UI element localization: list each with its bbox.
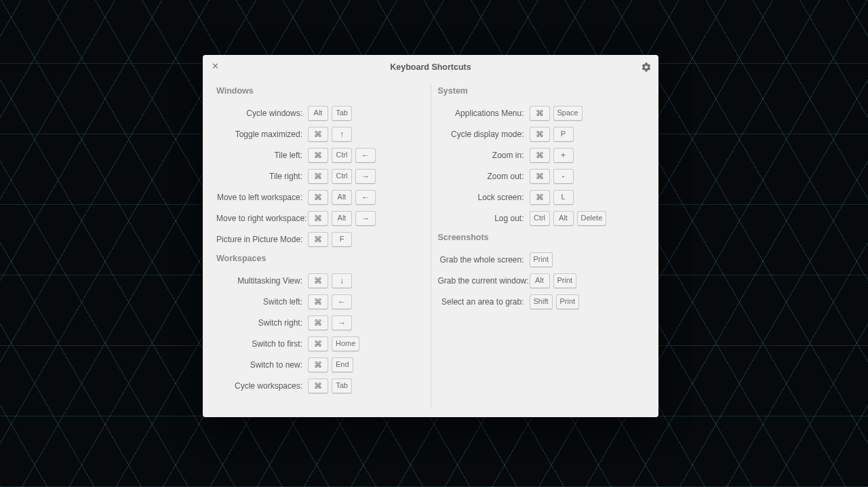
settings-button[interactable] (639, 60, 653, 74)
close-button[interactable]: ✕ (210, 62, 220, 73)
keycap: ⌘ (530, 127, 550, 142)
shortcut-row: Zoom in:⌘+ (438, 144, 646, 165)
shortcut-keys: AltTab (308, 106, 352, 121)
keycap: ⌘ (308, 127, 328, 142)
section-title-screenshots: Screenshots (438, 233, 646, 242)
keycap: Ctrl (332, 169, 352, 184)
column-left: Windows Cycle windows:AltTabToggle maxim… (210, 82, 431, 410)
keycap: ⌘ (308, 232, 328, 247)
keycap: Print (556, 294, 580, 309)
shortcut-keys: ⌘Home (308, 336, 359, 351)
shortcut-row: Grab the current window:AltPrint (438, 270, 646, 291)
shortcut-keys: ⌘← (308, 294, 352, 309)
keycap: ↓ (332, 273, 352, 288)
keycap: Alt (332, 211, 352, 226)
shortcut-row: Switch to first:⌘Home (216, 333, 424, 354)
keycap: ⌘ (308, 315, 328, 330)
keycap: - (553, 169, 574, 184)
keycap: Alt (553, 211, 574, 226)
shortcut-keys: ⌘L (530, 190, 574, 205)
shortcut-label: Cycle windows: (216, 109, 308, 118)
shortcut-keys: ⌘P (530, 127, 574, 142)
keycap: F (332, 232, 352, 247)
shortcut-label: Log out: (438, 214, 530, 223)
shortcut-row: Log out:CtrlAltDelete (438, 208, 646, 229)
shortcut-label: Switch right: (216, 318, 308, 328)
keycap: ⌘ (308, 378, 328, 393)
section-title-workspaces: Workspaces (216, 254, 424, 263)
shortcut-keys: Print (530, 252, 553, 267)
shortcut-label: Zoom out: (438, 172, 530, 181)
shortcut-keys: CtrlAltDelete (530, 211, 607, 226)
keycap: ⌘ (308, 273, 328, 288)
shortcut-keys: ⌘Space (530, 106, 583, 121)
close-icon: ✕ (212, 61, 219, 71)
keycap: ⌘ (530, 106, 550, 121)
shortcut-keys: ⌘Alt→ (308, 211, 376, 226)
shortcut-label: Grab the whole screen: (438, 255, 530, 265)
shortcut-label: Zoom in: (438, 151, 530, 160)
shortcut-label: Picture in Picture Mode: (216, 235, 308, 244)
shortcut-label: Applications Menu: (438, 109, 530, 118)
keycap: Delete (577, 211, 607, 226)
keycap: Print (553, 273, 577, 288)
shortcut-label: Grab the current window: (438, 276, 530, 286)
shortcut-row: Move to right workspace:⌘Alt→ (216, 208, 424, 229)
rows-screenshots: Grab the whole screen:PrintGrab the curr… (438, 249, 646, 312)
section-title-system: System (438, 86, 646, 96)
shortcut-keys: ⌘Alt← (308, 190, 376, 205)
shortcut-keys: ShiftPrint (530, 294, 580, 309)
shortcut-row: Grab the whole screen:Print (438, 249, 646, 270)
shortcut-row: Multitasking View:⌘↓ (216, 270, 424, 291)
keycap: ⌘ (308, 357, 328, 372)
keycap: Home (332, 336, 359, 351)
shortcut-label: Switch left: (216, 297, 308, 307)
dialog-content: Windows Cycle windows:AltTabToggle maxim… (210, 82, 652, 410)
shortcut-keys: ⌘F (308, 232, 352, 247)
keycap: ← (355, 148, 376, 163)
shortcut-keys: ⌘↓ (308, 273, 352, 288)
keycap: ← (332, 294, 352, 309)
shortcut-row: Zoom out:⌘- (438, 165, 646, 187)
shortcut-keys: ⌘+ (530, 148, 574, 163)
keycap: Shift (530, 294, 553, 309)
keycap: Alt (308, 106, 328, 121)
shortcut-row: Switch left:⌘← (216, 291, 424, 312)
shortcut-label: Tile right: (216, 172, 308, 181)
shortcut-row: Tile right:⌘Ctrl→ (216, 165, 424, 187)
keycap: P (553, 127, 574, 142)
keycap: Space (553, 106, 583, 121)
keycap: Print (530, 252, 553, 267)
shortcut-row: Cycle workspaces:⌘Tab (216, 375, 424, 396)
shortcut-label: Move to left workspace: (216, 193, 308, 202)
shortcut-keys: ⌘End (308, 357, 353, 372)
keycap: ⌘ (530, 148, 550, 163)
keycap: + (553, 148, 574, 163)
shortcut-row: Picture in Picture Mode:⌘F (216, 229, 424, 250)
shortcut-row: Cycle windows:AltTab (216, 102, 424, 123)
keycap: → (355, 169, 376, 184)
shortcut-keys: AltPrint (530, 273, 577, 288)
shortcut-row: Applications Menu:⌘Space (438, 102, 646, 123)
keycap: ⌘ (308, 294, 328, 309)
keycap: ⌘ (308, 336, 328, 351)
keycap: ↑ (332, 127, 352, 142)
keyboard-shortcuts-dialog: ✕ Keyboard Shortcuts Windows Cycle windo… (203, 55, 658, 417)
shortcut-row: Switch right:⌘→ (216, 312, 424, 333)
shortcut-label: Switch to first: (216, 339, 308, 349)
shortcut-label: Select an area to grab: (438, 297, 530, 307)
rows-system: Applications Menu:⌘SpaceCycle display mo… (438, 102, 646, 229)
shortcut-keys: ⌘↑ (308, 127, 352, 142)
rows-workspaces: Multitasking View:⌘↓Switch left:⌘←Switch… (216, 270, 424, 396)
keycap: Alt (530, 273, 550, 288)
keycap: → (355, 211, 376, 226)
shortcut-label: Switch to new: (216, 360, 308, 370)
column-right: System Applications Menu:⌘SpaceCycle dis… (431, 82, 652, 410)
shortcut-keys: ⌘Tab (308, 378, 352, 393)
shortcut-label: Tile left: (216, 151, 308, 160)
shortcut-row: Toggle maximized:⌘↑ (216, 123, 424, 144)
section-title-windows: Windows (216, 86, 424, 96)
shortcut-row: Lock screen:⌘L (438, 187, 646, 208)
keycap: ⌘ (308, 190, 328, 205)
shortcut-row: Move to left workspace:⌘Alt← (216, 187, 424, 208)
